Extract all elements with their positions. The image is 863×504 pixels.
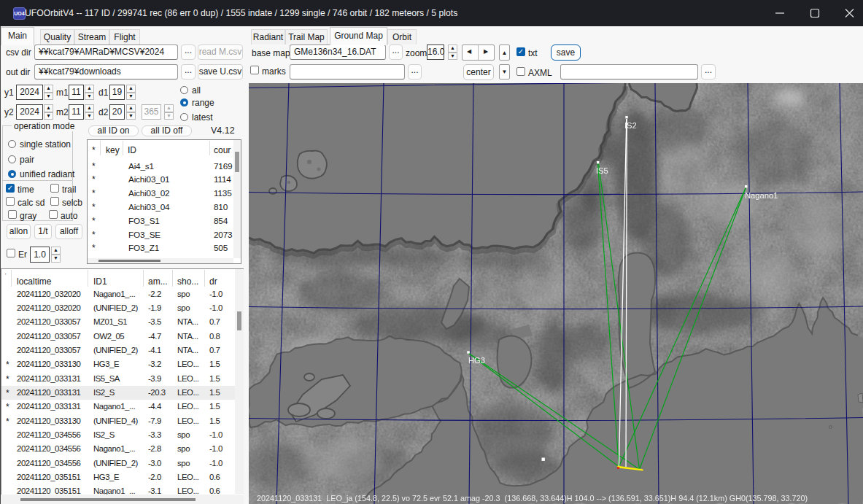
svg-text:HG3: HG3: [468, 356, 485, 365]
svg-text:20241120_033131 LEO_ja (154.8: 20241120_033131 LEO_ja (154.8, 22.5) vo …: [257, 494, 808, 503]
svg-text:IS2: IS2: [624, 121, 637, 130]
svg-text:Nagano1: Nagano1: [745, 191, 778, 200]
svg-text:IS5: IS5: [596, 166, 608, 175]
